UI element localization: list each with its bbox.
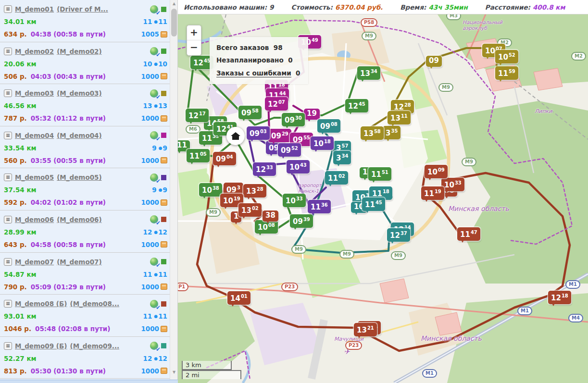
map-marker[interactable]: 1033 <box>283 194 306 207</box>
route-driver-link[interactable]: (M_demo09... <box>70 342 119 350</box>
route-row[interactable]: ≡M_demo05(M_demo05)✔37.54 км9●9592 р.04:… <box>0 168 170 210</box>
route-name-link[interactable]: M_demo04 <box>15 132 54 139</box>
route-menu-icon[interactable]: ≡ <box>4 89 12 97</box>
map-marker[interactable]: 0903 <box>247 126 270 140</box>
geo-globe-icon[interactable]: ✔ <box>150 47 158 55</box>
route-menu-icon[interactable]: ≡ <box>4 48 12 55</box>
scrollbar-thumb[interactable] <box>171 9 177 37</box>
map-marker[interactable]: 0904 <box>213 152 236 165</box>
map-marker[interactable]: 1233 <box>253 162 276 176</box>
map-marker[interactable]: 1218 <box>548 291 571 304</box>
geo-globe-icon[interactable]: ✔ <box>150 342 158 350</box>
route-driver-link[interactable]: (M_demo07) <box>57 258 101 266</box>
scroll-up-icon[interactable]: ▲ <box>170 0 178 8</box>
route-row[interactable]: ≡M_demo06(M_demo06)✔28.99 км12●12643 р.0… <box>0 210 170 253</box>
map-marker[interactable]: 1207 <box>265 97 288 111</box>
map-marker[interactable]: 1147 <box>457 227 480 241</box>
route-distance: 52.27 км <box>4 355 37 362</box>
map-marker[interactable]: 1119 <box>421 186 444 200</box>
map-marker[interactable]: 1136 <box>308 200 331 213</box>
map-marker[interactable]: 1145 <box>362 198 385 211</box>
map-canvas[interactable]: Национальный аэроклубЛипкиМинская област… <box>178 14 588 383</box>
map-marker[interactable]: 1052 <box>495 50 518 63</box>
map-marker[interactable]: 1102 <box>325 171 348 185</box>
route-driver-link[interactable]: (M_demo02) <box>57 48 101 55</box>
route-driver-link[interactable]: (M_demo03) <box>57 89 101 97</box>
route-name-link[interactable]: M_demo07 <box>15 258 54 266</box>
zoom-out-button[interactable]: − <box>187 40 201 55</box>
map-marker[interactable]: 1151 <box>368 167 391 181</box>
geo-globe-icon[interactable]: ✔ <box>150 89 158 98</box>
route-row[interactable]: ≡M_demo08 (Б)(M_demo08...✔93.01 км11●111… <box>0 295 170 337</box>
orders-errors-row[interactable]: Заказы с ошибками 0 <box>216 67 300 79</box>
map-marker[interactable]: 38 <box>263 210 278 222</box>
map-marker[interactable]: 1334 <box>357 66 380 80</box>
geo-globe-icon[interactable]: ✔ <box>150 215 158 223</box>
geo-globe-icon[interactable]: ✔ <box>150 300 158 308</box>
map-marker[interactable]: 0908 <box>317 119 340 133</box>
route-menu-icon[interactable]: ≡ <box>4 5 12 13</box>
map-marker[interactable]: 1245 <box>345 99 368 112</box>
geo-globe-icon[interactable]: ✔ <box>150 131 158 139</box>
scale-mi: 2 mi <box>182 370 241 379</box>
route-driver-link[interactable]: (Driver of M... <box>57 5 108 13</box>
map-marker[interactable]: 0929 <box>268 129 291 142</box>
map-marker[interactable]: 0930 <box>282 113 305 126</box>
map-marker[interactable]: 1038 <box>199 183 222 197</box>
map-marker[interactable]: 1043 <box>287 160 310 173</box>
route-driver-link[interactable]: (M_demo06) <box>57 216 101 223</box>
map-marker[interactable]: 1311 <box>388 111 411 124</box>
route-row[interactable]: ≡M_demo04(M_demo04)✔33.54 км9●9560 р.03:… <box>0 126 170 169</box>
map-marker[interactable]: 0952 <box>278 143 301 157</box>
route-menu-icon[interactable]: ≡ <box>4 216 12 223</box>
route-row[interactable]: ≡M_demo09 (Б)(M_demo09...✔52.27 км12●128… <box>0 337 170 379</box>
route-driver-link[interactable]: (M_demo08... <box>70 300 119 308</box>
geo-globe-icon[interactable]: ✔ <box>150 173 158 182</box>
map-marker[interactable]: 1328 <box>243 184 266 198</box>
route-name-link[interactable]: M_demo05 <box>15 173 54 181</box>
route-menu-icon[interactable]: ≡ <box>4 173 12 181</box>
route-row[interactable]: ≡M_demo01(Driver of M...✔34.01 км11●1163… <box>0 0 170 42</box>
road-badge: М9 <box>339 250 354 259</box>
route-name-link[interactable]: M_demo01 <box>15 5 54 13</box>
map-marker[interactable]: 0958 <box>238 106 262 119</box>
route-name-link[interactable]: M_demo08 (Б) <box>15 300 67 308</box>
route-row[interactable]: ≡M_demo03(M_demo03)✔46.56 км13●13787 р.0… <box>0 84 170 126</box>
route-menu-icon[interactable]: ≡ <box>4 342 12 350</box>
geo-globe-icon[interactable]: ✔ <box>150 258 158 266</box>
map-marker[interactable]: 1321 <box>354 323 377 336</box>
map-marker[interactable]: 09 <box>426 56 442 67</box>
map-marker[interactable]: 1018 <box>311 136 334 150</box>
geo-globe-icon[interactable]: ✔ <box>150 5 158 13</box>
map-marker[interactable]: 1358 <box>361 126 384 140</box>
sidebar-bottom-strip <box>0 380 178 383</box>
map-marker[interactable]: 1302 <box>238 203 262 217</box>
map-marker[interactable]: 1009 <box>425 165 448 178</box>
map-marker[interactable]: 1105 <box>187 149 210 162</box>
route-driver-link[interactable]: (M_demo05) <box>57 173 101 181</box>
map-marker[interactable]: 1217 <box>186 109 209 122</box>
map-marker[interactable]: 1033 <box>441 178 464 191</box>
route-row[interactable]: ≡M_demo02(M_demo02)✔20.06 км10●10506 р.0… <box>0 42 170 85</box>
route-menu-icon[interactable]: ≡ <box>4 258 12 266</box>
route-menu-icon[interactable]: ≡ <box>4 300 12 308</box>
map-marker[interactable]: 334 <box>333 151 351 164</box>
route-driver-link[interactable]: (M_demo04) <box>57 132 101 139</box>
route-name-link[interactable]: M_demo09 (Б) <box>15 342 67 350</box>
route-time: 04:38 (00:58 в пути) <box>31 30 106 38</box>
depot-marker[interactable] <box>226 127 245 145</box>
sidebar-scrollbar[interactable]: ▲ ▼ <box>170 0 177 380</box>
route-row[interactable]: ≡M_demo07(M_demo07)✔54.87 км11●11790 р.0… <box>0 253 170 295</box>
scroll-down-icon[interactable]: ▼ <box>170 369 178 376</box>
map-marker[interactable]: 1401 <box>227 291 250 305</box>
map-marker[interactable]: 1237 <box>387 228 410 242</box>
map-marker[interactable]: 19 <box>304 109 320 120</box>
map-marker[interactable]: 1159 <box>495 66 518 80</box>
route-name-link[interactable]: M_demo03 <box>15 89 54 97</box>
zoom-in-button[interactable]: + <box>187 25 201 40</box>
map-marker[interactable]: 0939 <box>290 214 313 228</box>
cost-stat: Стоимость:6370.04 руб. <box>291 3 383 11</box>
route-menu-icon[interactable]: ≡ <box>4 132 12 139</box>
route-name-link[interactable]: M_demo06 <box>15 216 54 223</box>
route-name-link[interactable]: M_demo02 <box>15 48 54 55</box>
